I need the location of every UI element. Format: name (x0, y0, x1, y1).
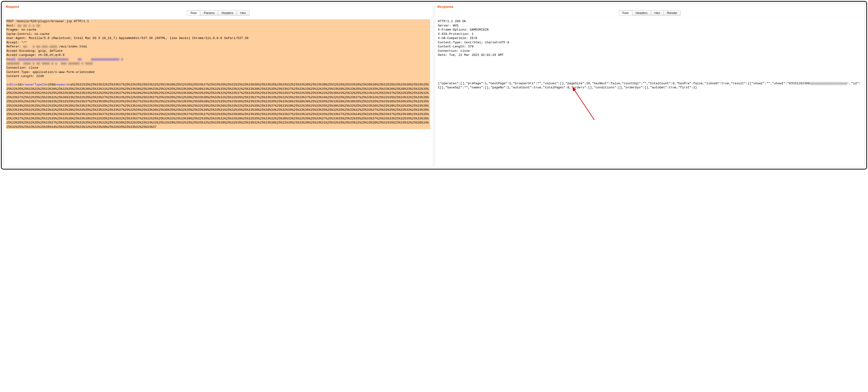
resp-body-1: {"operates":[],"prePage":1,"nextPage":1,… (438, 82, 810, 85)
content-type: Content-Type: application/x-www-form-url… (6, 70, 95, 74)
tab-headers[interactable]: Headers (218, 10, 237, 16)
param-browsertypeid-val: =269& (46, 83, 55, 86)
tab-headers-resp[interactable]: Headers (632, 10, 651, 16)
response-headers: HTTP/1.1 200 OK Server: WVS X-Frame-Opti… (438, 20, 509, 57)
host-label: Host: (6, 24, 18, 27)
annotation-arrow (568, 84, 597, 122)
referer-redacted: ▮▮.. ▮.▮▮.▮▮▮.▮▮▮▮: (23, 45, 59, 49)
param-keyword: keyword (55, 83, 68, 86)
host-redacted: ▮▮ ▮▮ ▮ ▮ ▮▮ (18, 24, 40, 27)
response-body: {"operates":[],"prePage":1,"nextPage":1,… (438, 81, 862, 94)
cookie-redacted-1: ▮▮▮ ▮▮▮▮▮▮▮▮▮▮▮▮▮▮▮▮▮▮▮▮▮▮▮▮▮▮▮ ▮▮ ▮▮▮▮▮… (10, 58, 123, 61)
request-raw-content[interactable]: POST /mobile/%20/plugin/browser.jsp HTTP… (3, 17, 433, 167)
tab-hex-resp[interactable]: Hex (651, 10, 664, 16)
pragma: Pragma: no-cache (6, 28, 36, 32)
tab-params[interactable]: Params (200, 10, 218, 16)
request-title: Request (3, 3, 433, 10)
referer-tail: /wui/index.html (59, 45, 87, 49)
accept: Accept: */* (6, 41, 27, 44)
response-raw-content[interactable]: HTTP/1.1 200 OK Server: WVS X-Frame-Opti… (435, 17, 865, 167)
app-window: Request Raw Params Headers Hex POST /mob… (1, 1, 867, 170)
svg-line-0 (572, 87, 594, 120)
request-tabs: Raw Params Headers Hex (3, 10, 433, 17)
cookie-redacted-2: ▮▮▮▮▮▮▮ ▮▮▮▮ ▮ ▮▮ ▮▮▮▮.▮ ▮ ▮▮▮ ▮▮▮▮▮▮ ▮ … (6, 62, 93, 65)
content-length: Content-Length: 2249 (6, 74, 44, 78)
param-browsertypeid: browserTypeId (21, 83, 45, 86)
req-line: POST /mobile/%20/plugin/browser.jsp HTTP… (6, 20, 89, 23)
request-pane: Request Raw Params Headers Hex POST /mob… (3, 3, 433, 167)
response-title: Response (435, 3, 865, 10)
accept-language: Accept-Language: zh-CN,zh;q=0.9 (6, 53, 64, 57)
tab-raw-resp[interactable]: Raw (619, 10, 632, 16)
tab-hex[interactable]: Hex (237, 10, 249, 16)
resp-body-redacted: ▮▮▮▮▮▮▮▮▮▮▮▮▮▮▮▮▮▮▮▮" (810, 82, 849, 85)
cache-control: Cache-Control: no-cache (6, 32, 49, 36)
response-tabs: Raw Headers Hex Render (435, 10, 865, 17)
param-isdis: isDis (6, 83, 16, 86)
user-agent: User-Agent: Mozilla/5.0 (Macintosh; Inte… (6, 36, 248, 40)
response-pane: Response Raw Headers Hex Render HTTP/1.1… (435, 3, 865, 167)
accept-encoding: Accept-Encoding: gzip, deflate (6, 49, 63, 53)
param-keyword-val: =a%25%32%35%25%33%32%25%33%37%25%32%35%2… (6, 83, 429, 128)
connection: Connection: close (6, 66, 38, 69)
tab-raw[interactable]: Raw (187, 10, 200, 16)
referer-label: Referer: (6, 45, 23, 49)
param-isdis-val: =1& (16, 83, 21, 86)
cookie-label: Co (6, 58, 10, 61)
tab-render-resp[interactable]: Render (664, 10, 681, 16)
